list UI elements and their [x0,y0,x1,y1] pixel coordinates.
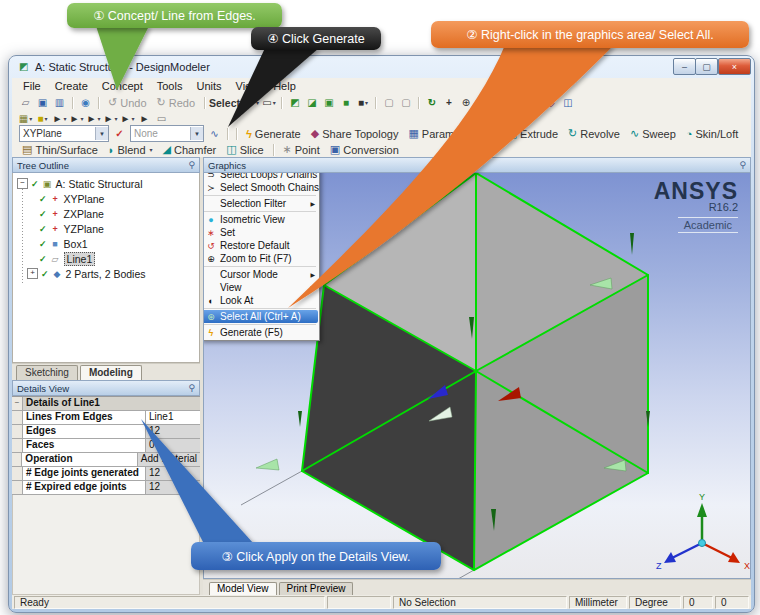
magnifier-icon[interactable]: ⊖ [526,96,541,110]
pin-icon[interactable]: ⚲ [188,160,195,170]
pin-icon[interactable]: ⚲ [188,383,195,393]
chain-icon: ≻ [203,183,220,193]
zoom-out-icon[interactable]: ⊖ [475,96,490,110]
edge-type3-icon[interactable]: ►▾ [86,111,101,125]
new-plane-icon[interactable]: ✓ [112,127,127,141]
menu-item-file[interactable]: File [16,80,48,92]
tree-item-root[interactable]: − ✓ ▣ A: Static Structural [13,176,199,191]
pan-icon[interactable]: + [441,96,456,110]
lines-from-edges-value[interactable]: Line1 [146,411,200,424]
edge-filter-icon[interactable]: ◪ [304,96,319,110]
tab-modeling[interactable]: Modeling [80,365,142,380]
edge-type2-icon[interactable]: ►▾ [69,111,84,125]
new-sketch-tool-icon[interactable]: ∿ [207,127,222,141]
select-mode-icon[interactable]: ►▾ [244,96,259,110]
menu-item-select-all[interactable]: ⊛Select All (Ctrl+ A) [203,310,318,323]
menu-item-tools[interactable]: Tools [150,80,190,92]
skin-loft-button[interactable]: ◔Skin/Loft [681,128,743,140]
collapse-icon[interactable]: − [12,397,23,410]
tab-print-preview[interactable]: Print Preview [279,582,354,595]
point-button[interactable]: ∗Point [278,143,325,156]
edge-color-icon[interactable]: ■▾ [35,111,50,125]
tree-item-box1[interactable]: ✓ ■ Box1 [13,236,199,251]
save-as-icon[interactable]: ▥ [52,96,67,110]
shrink-selection-icon[interactable]: ▢ [398,96,413,110]
menu-item-concept[interactable]: Concept [95,80,150,92]
title-bar[interactable]: ◩ A: Static Structural - DesignModeler –… [9,56,754,78]
operation-value[interactable]: Add Material [138,453,200,466]
previous-view-icon[interactable]: ◫ [560,96,575,110]
vertex-display-icon[interactable]: ► [137,111,152,125]
menu-item-set[interactable]: ∗Set [203,226,318,239]
menu-item-restore-default[interactable]: ↺Restore Default [203,239,318,252]
tab-sketching[interactable]: Sketching [16,365,78,380]
details-group-row[interactable]: − Details of Line1 [12,397,200,411]
parameters-button[interactable]: ▦Parameters [403,127,483,140]
menu-item-selection-filter[interactable]: Selection Filter▶ [203,197,318,210]
share-topology-button[interactable]: ◆Share Topology [306,127,404,140]
blend-button[interactable]: ◗Blend▾ [103,144,158,156]
edge-type1-icon[interactable]: ►▾ [52,111,67,125]
vertex-filter-icon[interactable]: ◩ [287,96,302,110]
image-capture-icon[interactable]: ◉ [78,96,93,110]
iso-view-icon[interactable]: ◇ [543,96,558,110]
slice-icon: ◫ [226,143,236,156]
tree-item-xyplane[interactable]: ✓ + XYPlane [13,191,199,206]
revolve-button[interactable]: ↻Revolve [563,127,625,140]
orientation-triad[interactable]: Y X Z [656,492,750,571]
generate-button[interactable]: ϟGenerate [241,128,306,140]
menu-item-zoom-to-fit[interactable]: ⊕Zoom to Fit (F7) [203,252,318,265]
edge-type4-icon[interactable]: ►▾ [103,111,118,125]
zoom-fit-icon[interactable]: ⊕ [509,96,524,110]
tab-model-view[interactable]: Model View [209,582,277,595]
new-sketch-icon[interactable]: ▱ [18,96,33,110]
extrude-button[interactable]: ◳Extrude [502,127,563,140]
extend-selection-icon[interactable]: ▢ [381,96,396,110]
sketch-combo[interactable]: None▼ [130,125,204,142]
tree-item-yzplane[interactable]: ✓ + YZPlane [13,221,199,236]
expand-icon[interactable]: + [27,268,38,279]
chevron-down-icon[interactable]: ▼ [95,127,108,140]
pin-icon[interactable]: ⚲ [739,160,746,170]
menu-item-help[interactable]: Help [266,80,303,92]
close-button[interactable]: × [718,58,751,75]
slice-button[interactable]: ◫Slice [221,143,268,156]
adjacent-filter-icon[interactable]: ■▾ [355,96,370,110]
sweep-button[interactable]: ∿Sweep [625,127,681,140]
face-style-icon[interactable]: ▦▾ [18,111,33,125]
solid-icon: ■ [50,239,61,249]
rotate-icon[interactable]: ↻ [424,96,439,110]
menu-item-create[interactable]: Create [48,80,95,92]
plane-combo[interactable]: XYPlane▼ [19,125,109,142]
tree-item-line1[interactable]: ✓ ▱ Line1 [13,251,199,266]
menu-item-view[interactable]: View▶ [203,281,318,294]
tree-item-parts[interactable]: + ✓ ◆ 2 Parts, 2 Bodies [13,266,199,281]
box-select-icon[interactable]: ▭▾ [261,96,276,110]
body-filter-icon[interactable]: ■ [338,96,353,110]
zoom-in-icon[interactable]: ⊕ [458,96,473,110]
menu-item-view[interactable]: View [229,80,267,92]
collapse-icon[interactable]: − [17,178,28,189]
maximize-button[interactable]: ▢ [695,58,718,75]
menu-item-cursor-mode[interactable]: Cursor Mode▶ [203,268,318,281]
menu-item-select-loops-chains[interactable]: ⊃Select Loops / Chains [203,173,318,181]
redo-button[interactable]: ↻Redo [152,96,201,109]
chamfer-button[interactable]: ◢Chamfer [158,143,222,156]
thin-surface-button[interactable]: ▤Thin/Surface [17,143,103,156]
box-zoom-icon[interactable]: ▣ [492,96,507,110]
graphics-viewport[interactable]: ANSYS R16.2 Academic [203,173,751,579]
undo-button[interactable]: ↺Undo [103,96,152,109]
tree-item-zxplane[interactable]: ✓ + ZXPlane [13,206,199,221]
menu-item-isometric-view[interactable]: ●Isometric View [203,213,318,226]
menu-item-select-smooth-chains[interactable]: ≻Select Smooth Chains [203,181,318,194]
chevron-down-icon[interactable]: ▼ [190,127,203,140]
ruler-toggle-icon[interactable]: ▭ [154,111,169,125]
menu-item-look-at[interactable]: ◐Look At [203,294,318,307]
save-icon[interactable]: ▣ [35,96,50,110]
menu-item-generate[interactable]: ϟGenerate (F5) [203,326,318,339]
face-filter-icon[interactable]: ▣ [321,96,336,110]
conversion-button[interactable]: ▣Conversion [325,143,404,156]
edge-type5-icon[interactable]: ►▾ [120,111,135,125]
menu-item-units[interactable]: Units [189,80,228,92]
minimize-button[interactable]: – [673,58,696,75]
